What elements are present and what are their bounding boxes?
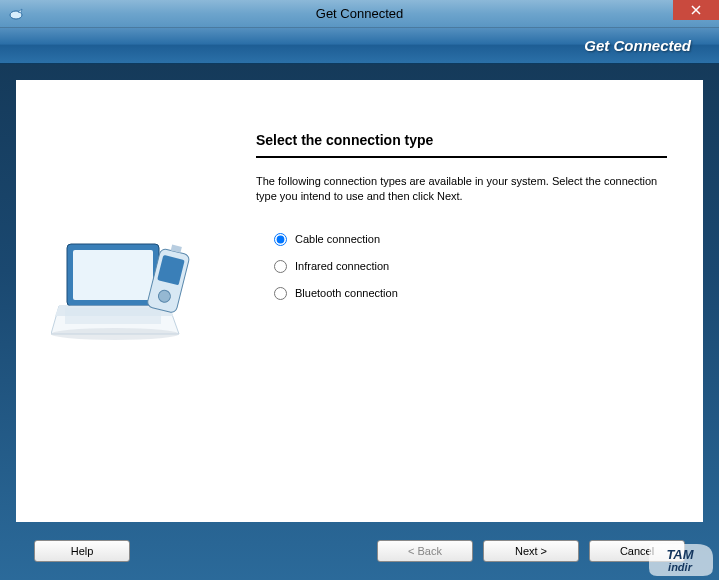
svg-text:indir: indir (668, 561, 693, 573)
radio-cable-input[interactable] (274, 233, 287, 246)
radio-infrared-input[interactable] (274, 260, 287, 273)
radio-cable[interactable]: Cable connection (274, 233, 667, 246)
radio-cable-label: Cable connection (295, 233, 380, 245)
main-area: Select the connection type The following… (0, 64, 719, 580)
device-illustration (51, 230, 211, 350)
header-band: Get Connected (0, 28, 719, 64)
svg-point-4 (51, 328, 179, 340)
window-title: Get Connected (316, 6, 403, 21)
svg-text:TAM: TAM (666, 547, 694, 562)
connection-type-group: Cable connection Infrared connection Blu… (256, 233, 667, 300)
radio-bluetooth[interactable]: Bluetooth connection (274, 287, 667, 300)
content-panel: Select the connection type The following… (16, 80, 703, 522)
close-icon (691, 5, 701, 15)
button-row: Help < Back Next > Cancel (16, 540, 703, 562)
content-body: Select the connection type The following… (246, 80, 703, 522)
sidebar (16, 80, 246, 522)
section-heading: Select the connection type (256, 132, 667, 158)
back-button: < Back (377, 540, 473, 562)
radio-bluetooth-label: Bluetooth connection (295, 287, 398, 299)
header-title: Get Connected (584, 37, 691, 54)
close-button[interactable] (673, 0, 719, 20)
svg-rect-2 (73, 250, 153, 300)
radio-infrared-label: Infrared connection (295, 260, 389, 272)
svg-rect-3 (65, 308, 161, 324)
radio-infrared[interactable]: Infrared connection (274, 260, 667, 273)
watermark-logo: TAM indir (647, 544, 713, 576)
instruction-text: The following connection types are avail… (256, 174, 667, 205)
radio-bluetooth-input[interactable] (274, 287, 287, 300)
titlebar: Get Connected (0, 0, 719, 28)
next-button[interactable]: Next > (483, 540, 579, 562)
app-icon (8, 6, 24, 22)
help-button[interactable]: Help (34, 540, 130, 562)
